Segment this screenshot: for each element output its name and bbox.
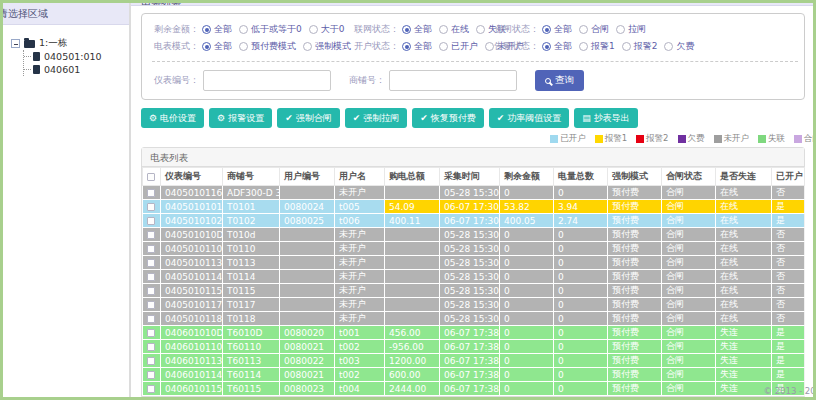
table-cell: ADF300-D 3 [223, 186, 280, 200]
column-header: 商铺号 [223, 168, 280, 186]
filter-separator [152, 61, 798, 62]
table-cell: 0 [500, 312, 554, 326]
shop-no-input[interactable] [389, 70, 517, 91]
row-checkbox[interactable] [147, 329, 155, 337]
radio-option[interactable]: 已开户 [439, 40, 478, 53]
table-cell: 预付费 [608, 200, 662, 214]
table-cell: 合闸 [662, 382, 716, 396]
table-cell: T0118 [223, 312, 280, 326]
power-threshold-button[interactable]: ✔功率阈值设置 [489, 108, 570, 128]
tree-node[interactable]: 040501:010 [24, 50, 129, 63]
radio-option[interactable]: 报警2 [622, 40, 658, 53]
action-toolbar: ⚙电价设置⚙报警设置✔强制合闸✔强制拉闸✔恢复预付费✔功率阈值设置▤抄表导出 [141, 108, 805, 128]
tree-node[interactable]: 040601 [24, 63, 129, 76]
table-cell: 失连 [716, 368, 772, 382]
row-checkbox[interactable] [147, 203, 155, 211]
meter-no-label: 仪表编号： [154, 74, 199, 87]
filter-group-label: 电表模式： [154, 40, 199, 53]
table-cell [280, 298, 335, 312]
legend-item: 已开户 [550, 133, 586, 145]
radio-option[interactable]: 大于0 [309, 23, 345, 36]
table-cell: 失连 [716, 326, 772, 340]
table-cell: 在线 [716, 270, 772, 284]
restore-prepaid-button[interactable]: ✔恢复预付费 [412, 108, 484, 128]
table-cell: 预付费 [608, 228, 662, 242]
table-cell: 040601010D [161, 326, 223, 340]
table-row: 0405010101T01010080024t00554.0906-07 17:… [143, 200, 805, 214]
legend-label: 失联 [768, 133, 785, 145]
table-cell [385, 186, 440, 200]
legend-item: 报警2 [636, 133, 668, 145]
radio-option[interactable]: 报警1 [579, 40, 615, 53]
table-cell: 06-07 17:30:00 [440, 200, 500, 214]
table-cell: 在线 [716, 256, 772, 270]
table-cell: T0115 [223, 284, 280, 298]
copyright: © 2013 - 201 [763, 386, 816, 396]
row-checkbox[interactable] [147, 287, 155, 295]
legend-swatch [550, 135, 558, 143]
table-cell: 未开户 [335, 298, 385, 312]
collapse-icon[interactable] [11, 39, 20, 48]
alarm-settings-button[interactable]: ⚙报警设置 [209, 108, 272, 128]
table-cell: 0 [554, 242, 608, 256]
row-select-cell [143, 214, 161, 228]
table-cell [280, 312, 335, 326]
radio-icon [542, 25, 551, 34]
row-checkbox[interactable] [147, 315, 155, 323]
table-cell: T60115 [223, 382, 280, 396]
price-settings-button[interactable]: ⚙电价设置 [141, 108, 204, 128]
meter-export-button[interactable]: ▤抄表导出 [574, 108, 638, 128]
table-cell: 在线 [716, 312, 772, 326]
radio-option[interactable]: 全部 [542, 23, 572, 36]
radio-icon [239, 42, 248, 51]
row-select-cell [143, 368, 161, 382]
row-checkbox[interactable] [147, 371, 155, 379]
row-checkbox[interactable] [147, 385, 155, 393]
radio-option[interactable]: 全部 [402, 40, 432, 53]
radio-option[interactable]: 全部 [202, 40, 232, 53]
row-checkbox[interactable] [147, 217, 155, 225]
table-row: 0405010116ADF300-D 3未开户05-28 15:30:0000预… [143, 186, 805, 200]
table-cell: 预付费 [608, 382, 662, 396]
radio-option[interactable]: 合闸 [579, 23, 609, 36]
row-checkbox[interactable] [147, 301, 155, 309]
select-all-checkbox[interactable] [147, 173, 155, 181]
radio-option[interactable]: 在线 [439, 23, 469, 36]
meter-no-input[interactable] [203, 70, 331, 91]
table-cell [280, 186, 335, 200]
radio-option[interactable]: 预付费模式 [239, 40, 296, 53]
radio-option[interactable]: 强制模式 [303, 40, 351, 53]
row-checkbox[interactable] [147, 259, 155, 267]
query-button[interactable]: 查询 [535, 70, 584, 91]
gear-icon: ⚙ [217, 113, 225, 123]
table-cell: 0406010115 [161, 382, 223, 396]
table-cell: 0 [554, 326, 608, 340]
radio-option[interactable]: 全部 [542, 40, 572, 53]
table-cell: 040501010D [161, 228, 223, 242]
radio-option[interactable]: 全部 [202, 23, 232, 36]
row-checkbox[interactable] [147, 343, 155, 351]
table-cell [280, 256, 335, 270]
radio-option[interactable]: 全部 [402, 23, 432, 36]
main-content: 剩余金额：全部低于或等于0大于0联网状态：全部在线失联合闸状态：全部合闸拉闸 电… [131, 6, 813, 397]
legend-item: 欠费 [678, 133, 705, 145]
radio-option[interactable]: 拉闸 [616, 23, 646, 36]
force-open-button[interactable]: ✔强制拉闸 [345, 108, 408, 128]
force-close-button[interactable]: ✔强制合闸 [277, 108, 340, 128]
tree-root-node[interactable]: 1:一栋 [11, 37, 129, 50]
row-checkbox[interactable] [147, 231, 155, 239]
column-header: 是否失连 [716, 168, 772, 186]
table-cell: 未开户 [335, 312, 385, 326]
row-checkbox[interactable] [147, 189, 155, 197]
table-cell: 05-28 15:30:00 [440, 312, 500, 326]
radio-option[interactable]: 欠费 [664, 40, 694, 53]
radio-icon [202, 42, 211, 51]
folder-icon [24, 40, 35, 48]
row-checkbox[interactable] [147, 273, 155, 281]
table-cell: 05-28 15:30:00 [440, 242, 500, 256]
table-cell: 是 [772, 326, 805, 340]
row-checkbox[interactable] [147, 245, 155, 253]
row-checkbox[interactable] [147, 357, 155, 365]
radio-option[interactable]: 低于或等于0 [239, 23, 302, 36]
radio-icon [439, 25, 448, 34]
